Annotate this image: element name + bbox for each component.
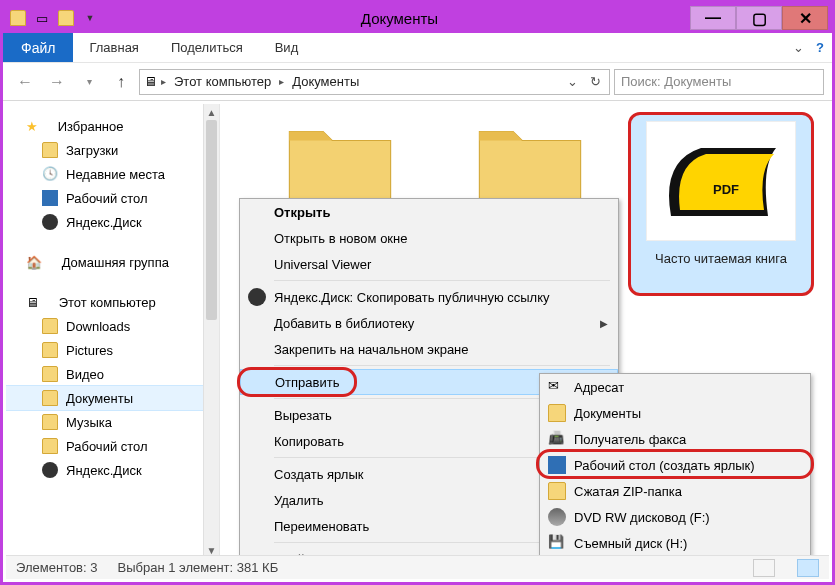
ctx-open[interactable]: Открыть — [240, 199, 618, 225]
maximize-button[interactable]: ▢ — [736, 6, 782, 30]
sidebar-item-music[interactable]: Музыка — [6, 410, 219, 434]
ctx-label: Закрепить на начальном экране — [274, 342, 469, 357]
folder-icon — [280, 118, 400, 208]
ctx-label: Добавить в библиотеку — [274, 316, 414, 331]
sidebar-item-recent[interactable]: 🕓Недавние места — [6, 162, 219, 186]
sidebar-item-yadisk2[interactable]: Яндекс.Диск — [6, 458, 219, 482]
sidebar-header-label: Домашняя группа — [62, 255, 169, 270]
sub-documents[interactable]: Документы — [540, 400, 810, 426]
dvd-icon — [548, 508, 566, 526]
back-button[interactable]: ← — [11, 68, 39, 96]
sidebar-item-label: Яндекс.Диск — [66, 215, 142, 230]
sidebar-item-label: Загрузки — [66, 143, 118, 158]
ctx-pin-start[interactable]: Закрепить на начальном экране — [240, 336, 618, 362]
qa-properties-icon[interactable]: ▭ — [31, 7, 53, 29]
ctx-label: Документы — [574, 406, 641, 421]
separator — [274, 280, 610, 281]
scroll-thumb[interactable] — [206, 120, 217, 320]
tab-view[interactable]: Вид — [259, 33, 315, 62]
sendto-submenu: ✉Адресат Документы 📠Получатель факса Раб… — [539, 373, 811, 557]
crumb-pc[interactable]: Этот компьютер — [170, 74, 275, 89]
ctx-label: Адресат — [574, 380, 624, 395]
ctx-label: Сжатая ZIP-папка — [574, 484, 682, 499]
sidebar-header-homegroup[interactable]: 🏠 Домашняя группа — [6, 250, 219, 274]
chevron-right-icon[interactable]: ▸ — [161, 76, 166, 87]
sidebar-header-favorites[interactable]: ★ Избранное — [6, 114, 219, 138]
sidebar-item-desktop2[interactable]: Рабочий стол — [6, 434, 219, 458]
view-details-button[interactable] — [753, 559, 775, 577]
sub-fax[interactable]: 📠Получатель факса — [540, 426, 810, 452]
sidebar-item-pictures[interactable]: Pictures — [6, 338, 219, 362]
sub-mail[interactable]: ✉Адресат — [540, 374, 810, 400]
titlebar: ▭ ▼ Документы — ▢ ✕ — [3, 3, 832, 33]
ctx-add-library[interactable]: Добавить в библиотеку▶ — [240, 310, 618, 336]
sidebar-item-label: Рабочий стол — [66, 439, 148, 454]
sidebar-scrollbar[interactable]: ▲ ▼ — [203, 104, 219, 558]
breadcrumb[interactable]: 🖥 ▸ Этот компьютер ▸ Документы ⌄ ↻ — [139, 69, 610, 95]
mail-icon: ✉ — [548, 378, 566, 396]
tab-home[interactable]: Главная — [73, 33, 154, 62]
sub-usb[interactable]: 💾Съемный диск (H:) — [540, 530, 810, 556]
forward-button[interactable]: → — [43, 68, 71, 96]
refresh-icon[interactable]: ↻ — [586, 74, 605, 89]
sidebar-item-label: Яндекс.Диск — [66, 463, 142, 478]
ctx-label: Отправить — [275, 375, 339, 390]
file-label: Часто читаемая книга — [655, 251, 787, 266]
sidebar-item-videos[interactable]: Видео — [6, 362, 219, 386]
sidebar-item-documents[interactable]: Документы — [6, 386, 219, 410]
zip-icon — [548, 482, 566, 500]
sidebar-item-downloads[interactable]: Загрузки — [6, 138, 219, 162]
chevron-right-icon: ▶ — [600, 318, 608, 329]
scroll-up-icon[interactable]: ▲ — [204, 104, 219, 120]
sub-dvd[interactable]: DVD RW дисковод (F:) — [540, 504, 810, 530]
ctx-label: Рабочий стол (создать ярлык) — [574, 458, 755, 473]
ctx-label: Вырезать — [274, 408, 332, 423]
cloud-icon — [248, 288, 266, 306]
ctx-label: Копировать — [274, 434, 344, 449]
recent-dropdown-icon[interactable]: ▾ — [75, 68, 103, 96]
sidebar-header-thispc[interactable]: 🖥 Этот компьютер — [6, 290, 219, 314]
tab-share[interactable]: Поделиться — [155, 33, 259, 62]
close-button[interactable]: ✕ — [782, 6, 828, 30]
chevron-right-icon[interactable]: ▸ — [279, 76, 284, 87]
sub-desktop-shortcut[interactable]: Рабочий стол (создать ярлык) — [540, 452, 810, 478]
ribbon-expand-icon[interactable]: ⌄ — [788, 33, 808, 62]
ctx-label: Universal Viewer — [274, 257, 371, 272]
ctx-label: Открыть — [274, 205, 330, 220]
address-dropdown-icon[interactable]: ⌄ — [563, 74, 582, 89]
status-count: Элементов: 3 — [16, 560, 98, 575]
crumb-documents[interactable]: Документы — [288, 74, 363, 89]
search-placeholder: Поиск: Документы — [621, 74, 731, 89]
folder-icon — [470, 118, 590, 208]
qa-dropdown-icon[interactable]: ▼ — [79, 7, 101, 29]
sidebar-item-downloads2[interactable]: Downloads — [6, 314, 219, 338]
desktop-icon — [548, 456, 566, 474]
sidebar-item-label: Документы — [66, 391, 133, 406]
ctx-label: Удалить — [274, 493, 324, 508]
up-button[interactable]: ↑ — [107, 68, 135, 96]
sub-zip[interactable]: Сжатая ZIP-папка — [540, 478, 810, 504]
status-bar: Элементов: 3 Выбран 1 элемент: 381 КБ — [6, 555, 829, 579]
ctx-label: Создать ярлык — [274, 467, 363, 482]
sidebar-item-label: Недавние места — [66, 167, 165, 182]
sidebar-item-yadisk[interactable]: Яндекс.Диск — [6, 210, 219, 234]
ctx-open-new-window[interactable]: Открыть в новом окне — [240, 225, 618, 251]
ctx-yandex-link[interactable]: Яндекс.Диск: Скопировать публичную ссылк… — [240, 284, 618, 310]
minimize-button[interactable]: — — [690, 6, 736, 30]
view-large-icons-button[interactable] — [797, 559, 819, 577]
navigation-pane: ★ Избранное Загрузки 🕓Недавние места Раб… — [6, 104, 220, 558]
help-icon[interactable]: ? — [808, 33, 832, 62]
search-input[interactable]: Поиск: Документы — [614, 69, 824, 95]
qa-newfolder-icon[interactable] — [55, 7, 77, 29]
svg-text:PDF: PDF — [713, 182, 739, 197]
sidebar-item-desktop[interactable]: Рабочий стол — [6, 186, 219, 210]
pc-icon: 🖥 — [144, 74, 157, 89]
sidebar-header-label: Избранное — [58, 119, 124, 134]
sidebar-item-label: Музыка — [66, 415, 112, 430]
file-tab[interactable]: Файл — [3, 33, 73, 62]
ctx-universal-viewer[interactable]: Universal Viewer — [240, 251, 618, 277]
ctx-label: Переименовать — [274, 519, 369, 534]
file-item-selected[interactable]: PDF Часто читаемая книга — [628, 112, 814, 296]
address-bar: ← → ▾ ↑ 🖥 ▸ Этот компьютер ▸ Документы ⌄… — [3, 63, 832, 101]
separator — [274, 365, 610, 366]
